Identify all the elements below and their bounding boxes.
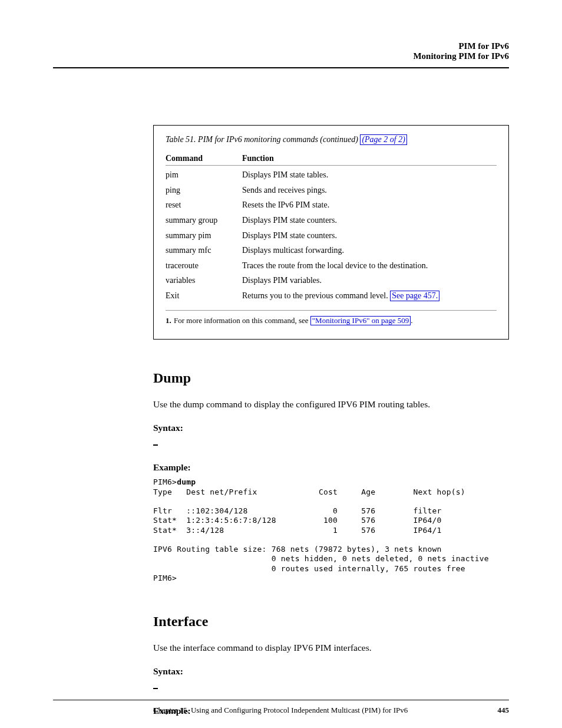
page-footer: Chapter 15. Using and Configuring Protoc…: [153, 706, 509, 715]
footnote-prefix: For more information on this command, se…: [174, 316, 310, 325]
caption-text: Table 51. PIM for IPv6 monitoring comman…: [166, 135, 358, 144]
footnote-text: For more information on this command, se…: [174, 315, 497, 326]
table-caption: Table 51. PIM for IPv6 monitoring comman…: [166, 134, 497, 146]
table-row: summary pim Displays PIM state counters.: [166, 230, 497, 242]
fn-cell: Displays PIM state counters.: [242, 215, 497, 226]
table-row: summary group Displays PIM state counter…: [166, 215, 497, 226]
fn-cell: Displays multicast forwarding.: [242, 245, 497, 256]
caption-pageref-link[interactable]: (Page 2 of 2): [360, 134, 406, 145]
section-title-dump: Dump: [153, 368, 503, 388]
output-line: Stat* 3::4/128 1 576 IP64/1: [153, 526, 442, 535]
cmd-cell: traceroute: [166, 260, 242, 272]
syntax-label: Syntax:: [153, 421, 503, 434]
running-header: PIM for IPv6 Monitoring PIM for IPv6: [53, 41, 509, 61]
header-line1: PIM for IPv6: [53, 41, 509, 51]
fn-cell: Displays PIM state counters.: [242, 230, 497, 242]
table-head-function: Function: [242, 153, 497, 164]
syntax-dash: [153, 681, 503, 694]
table-row: traceroute Traces the route from the loc…: [166, 260, 497, 272]
syntax-label: Syntax:: [153, 665, 503, 678]
footer-chapter-text: Chapter 15. Using and Configuring Protoc…: [153, 706, 408, 715]
cmd-cell: summary mfc: [166, 245, 242, 256]
section-title-interface: Interface: [153, 611, 503, 632]
table-row: variables Displays PIM variables.: [166, 275, 497, 286]
table-footnote: 1. For more information on this command,…: [166, 315, 497, 326]
cmd-cell: reset: [166, 199, 242, 211]
output-line: Fltr ::102:304/128 0 576 filter: [153, 506, 442, 515]
fn-cell: Resets the IPv6 PIM state.: [242, 199, 497, 211]
footnote-xref-link[interactable]: "Monitoring IPv6" on page 509: [310, 316, 411, 326]
example-label: Example:: [153, 461, 503, 474]
fn-cell: Returns you to the previous command leve…: [242, 290, 497, 302]
header-line2: Monitoring PIM for IPv6: [53, 51, 509, 61]
footnote-number: 1.: [166, 315, 174, 326]
table-head-row: Command Function: [166, 153, 497, 166]
dump-description: Use the dump command to display the conf…: [153, 398, 503, 411]
command-table: Table 51. PIM for IPv6 monitoring comman…: [153, 125, 509, 340]
footer-page-number: 445: [498, 706, 510, 715]
table-row: pim Displays PIM state tables.: [166, 169, 497, 181]
fn-cell: Displays PIM variables.: [242, 275, 497, 286]
cmd-cell: ping: [166, 185, 242, 196]
syntax-dash: [153, 437, 503, 450]
header-rule: [53, 67, 509, 68]
dump-example-output: PIM6>dump Type Dest net/Prefix Cost Age …: [153, 477, 503, 583]
fn-cell: Displays PIM state tables.: [242, 169, 497, 181]
cmd-cell: summary group: [166, 215, 242, 226]
output-footer-line: IPV6 Routing table size: 768 nets (79872…: [153, 545, 442, 554]
cmd-cell: summary pim: [166, 230, 242, 242]
output-header: Type Dest net/Prefix Cost Age Next hop(s…: [153, 487, 465, 496]
interface-description: Use the interface command to display IPV…: [153, 641, 503, 654]
table-row: ping Sends and receives pings.: [166, 185, 497, 196]
table-row: Exit Returns you to the previous command…: [166, 290, 497, 302]
output-footer-line: 0 routes used internally, 765 routes fre…: [153, 564, 465, 573]
cmd-cell: Exit: [166, 290, 242, 302]
fn-cell: Traces the route from the local device t…: [242, 260, 497, 272]
see-page-link[interactable]: See page 457.: [390, 291, 439, 301]
end-prompt: PIM6>: [153, 574, 177, 582]
section-interface: Interface Use the interface command to d…: [153, 611, 503, 718]
footnote-suffix: .: [411, 316, 412, 325]
table-row: reset Resets the IPv6 PIM state.: [166, 199, 497, 211]
output-footer-line: 0 nets hidden, 0 nets deleted, 0 nets in…: [153, 554, 489, 563]
cmd-cell: pim: [166, 169, 242, 181]
fn-cell: Sends and receives pings.: [242, 185, 497, 196]
footer-rule: [53, 700, 509, 701]
cmd-cell: variables: [166, 275, 242, 286]
prompt: PIM6>: [153, 477, 177, 486]
table-row: summary mfc Displays multicast forwardin…: [166, 245, 497, 256]
table-head-command: Command: [166, 153, 242, 164]
output-line: Stat* 1:2:3:4:5:6:7:8/128 100 576 IP64/0: [153, 516, 442, 525]
page: PIM for IPv6 Monitoring PIM for IPv6 Tab…: [0, 0, 562, 728]
fn-text: Returns you to the previous command leve…: [242, 291, 388, 300]
table-bottom-rule: [166, 310, 497, 311]
entered-command: dump: [177, 477, 196, 486]
section-dump: Dump Use the dump command to display the…: [153, 368, 503, 583]
